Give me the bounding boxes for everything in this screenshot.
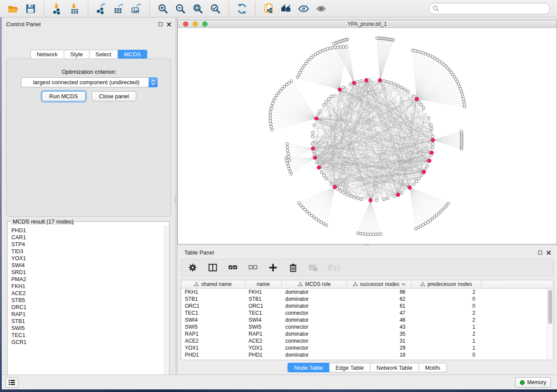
tab-node-table[interactable]: Node Table	[287, 363, 329, 372]
deselect-all-icon[interactable]	[248, 262, 258, 273]
mcds-result-item[interactable]: PHD1	[11, 227, 164, 234]
zoom-in-icon[interactable]	[154, 1, 172, 16]
zoom-out-icon[interactable]	[172, 1, 189, 16]
tab-style[interactable]: Style	[64, 50, 90, 59]
refresh-icon[interactable]	[233, 1, 251, 16]
search-icon	[432, 5, 439, 12]
mcds-result-item[interactable]: SRD1	[11, 269, 164, 276]
cell-name: PHD1	[245, 352, 282, 358]
mcds-result-item[interactable]: CAR1	[11, 234, 164, 241]
save-icon[interactable]	[22, 1, 39, 16]
float-window-icon[interactable]	[538, 251, 542, 254]
mcds-result-item[interactable]: STB1	[11, 318, 164, 325]
table-row[interactable]: RAP1RAP1dominator352	[181, 330, 553, 337]
tab-network[interactable]: Network	[30, 50, 64, 59]
mcds-result-item[interactable]: ACE2	[11, 290, 164, 297]
trash-icon[interactable]	[288, 262, 298, 273]
columns-icon[interactable]	[208, 262, 218, 273]
table-row[interactable]: SWI4SWI4dominator462	[181, 316, 553, 323]
select-all-icon[interactable]	[228, 262, 238, 273]
eye-icon[interactable]	[312, 1, 330, 16]
cell-name: SWI5	[245, 324, 282, 330]
export-image-icon[interactable]	[128, 1, 145, 16]
mcds-result-item[interactable]: SWI5	[11, 325, 164, 332]
gear-icon[interactable]	[187, 262, 198, 273]
mcds-result-item[interactable]: RAP1	[11, 311, 164, 318]
close-panel-button[interactable]: Close panel	[92, 91, 137, 101]
mcds-result-item[interactable]: TID3	[11, 248, 164, 255]
cell-successor-nodes: 46	[347, 317, 412, 323]
mcds-result-item[interactable]: YOX1	[11, 255, 164, 262]
eye-slash-icon[interactable]	[295, 1, 312, 16]
mcds-result-item[interactable]: ORC1	[11, 304, 164, 311]
table-row[interactable]: STB1STB1dominator620	[181, 296, 553, 303]
mcds-result-item[interactable]: STP4	[11, 241, 164, 248]
import-network-icon[interactable]	[48, 1, 66, 16]
cell-MCDS-role: connector	[282, 310, 347, 316]
attribute-icon	[298, 282, 303, 287]
mcds-result-title: MCDS result (17 nodes)	[11, 218, 75, 225]
node-table: shared namenameMCDS rolesuccessor nodesp…	[181, 280, 554, 360]
memory-button[interactable]: Memory	[515, 377, 551, 388]
tab-network-table[interactable]: Network Table	[370, 363, 419, 372]
add-icon[interactable]	[268, 262, 278, 273]
table-panel-title: Table Panel	[184, 249, 214, 256]
cell-name: FKH1	[245, 289, 282, 295]
search-input[interactable]	[439, 4, 550, 13]
column-header-MCDS-role[interactable]: MCDS role	[282, 280, 347, 288]
scrollbar-thumb[interactable]	[548, 290, 552, 324]
column-header-name[interactable]: name	[245, 280, 282, 288]
houses-icon[interactable]	[277, 1, 295, 16]
close-panel-icon[interactable]	[546, 250, 551, 255]
table-row[interactable]: SWI5SWI5connector431	[181, 323, 553, 330]
cell-successor-nodes: 47	[347, 310, 412, 316]
table-row[interactable]: FKH1FKH1dominator962	[181, 289, 553, 296]
mcds-result-item[interactable]: SWI4	[11, 262, 164, 269]
mcds-result-group: MCDS result (17 nodes) PHD1CAR1STP4TID3Y…	[7, 221, 170, 383]
zoom-fit-icon[interactable]	[189, 1, 207, 16]
close-panel-icon[interactable]	[166, 22, 171, 27]
export-table-icon[interactable]	[110, 1, 128, 16]
mcds-result-scrollbar[interactable]	[164, 225, 169, 382]
open-folder-icon[interactable]	[4, 1, 22, 16]
cell-predecessor-nodes: 0	[412, 296, 481, 302]
import-table-icon[interactable]	[66, 1, 83, 16]
float-window-icon[interactable]	[159, 22, 163, 26]
column-header-predecessor-nodes[interactable]: predecessor nodes	[412, 280, 481, 288]
table-row[interactable]: ACE2ACE2connector311	[181, 337, 553, 344]
table-row[interactable]: PHD1PHD1dominator180	[181, 351, 553, 358]
attribute-icon	[353, 282, 358, 287]
export-network-icon[interactable]	[93, 1, 110, 16]
table-scrollbar[interactable]	[547, 289, 553, 360]
tab-mcds[interactable]: MCDS	[118, 50, 147, 59]
mcds-result-item[interactable]: GCR1	[11, 339, 164, 346]
column-header-successor-nodes[interactable]: successor nodes	[347, 280, 412, 288]
cell-successor-nodes: 31	[347, 338, 412, 344]
optimization-criterion-select[interactable]: largest connected component (undirected)	[21, 77, 158, 87]
mcds-result-item[interactable]: STB5	[11, 297, 164, 304]
network-window-titlebar[interactable]: YPA_prune.txt_1	[178, 20, 557, 28]
task-history-button[interactable]	[5, 377, 18, 388]
cell-shared-name: STB1	[181, 296, 245, 302]
function-builder-icon[interactable]: f(x)	[328, 262, 339, 273]
mcds-result-item[interactable]: TEC1	[11, 332, 164, 339]
network-canvas[interactable]	[178, 28, 557, 244]
mcds-result-item[interactable]: FKH1	[11, 283, 164, 290]
mcds-result-item[interactable]: PMA2	[11, 276, 164, 283]
cell-successor-nodes: 29	[347, 345, 412, 351]
share-document-icon[interactable]	[260, 1, 277, 16]
tab-motifs[interactable]: Motifs	[419, 363, 447, 372]
cell-predecessor-nodes: 2	[412, 331, 481, 337]
table-row[interactable]: ORC1ORC1dominator610	[181, 303, 553, 309]
zoom-selected-icon[interactable]	[207, 1, 224, 16]
mcds-result-list[interactable]: PHD1CAR1STP4TID3YOX1SWI4SRD1PMA2FKH1ACE2…	[8, 225, 164, 382]
tab-select[interactable]: Select	[90, 50, 118, 59]
table-row[interactable]: TEC1TEC1connector472	[181, 309, 553, 316]
delete-table-icon[interactable]	[308, 262, 318, 273]
table-row[interactable]: YOX1YOX1connector291	[181, 344, 553, 351]
sort-desc-icon	[401, 283, 405, 285]
run-mcds-button[interactable]: Run MCDS	[42, 91, 86, 101]
search-box[interactable]	[429, 3, 550, 14]
column-header-shared-name[interactable]: shared name	[181, 280, 245, 288]
tab-edge-table[interactable]: Edge Table	[329, 363, 370, 372]
